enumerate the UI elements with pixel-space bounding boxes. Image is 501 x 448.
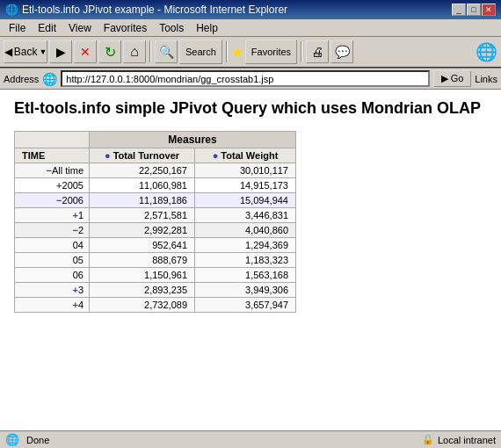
turnover-cell: 22,250,167 <box>90 163 195 178</box>
window-title: Etl-tools.info JPivot example - Microsof… <box>22 4 287 16</box>
table-corner <box>15 132 90 148</box>
turnover-cell: 2,732,089 <box>90 298 195 313</box>
row-label-cell: 04 <box>15 238 90 253</box>
maximize-button[interactable]: □ <box>467 4 481 16</box>
turnover-label: Total Turnover <box>113 150 179 161</box>
table-row: −22,992,2814,040,860 <box>15 223 296 238</box>
row-expand-icon[interactable]: + <box>72 285 77 295</box>
turnover-cell: 888,679 <box>90 253 195 268</box>
favorites-star-icon: ★ <box>231 44 243 61</box>
row-label-cell: +1 <box>15 208 90 223</box>
table-row: −All time22,250,16730,010,117 <box>15 163 296 178</box>
weight-cell: 30,010,117 <box>195 163 296 178</box>
menu-help[interactable]: Help <box>191 21 223 35</box>
turnover-cell: 952,641 <box>90 238 195 253</box>
content-area: Etl-tools.info simple JPivot Query which… <box>0 90 501 430</box>
zone-label: Local intranet <box>438 435 496 445</box>
weight-cell: 1,294,369 <box>195 238 296 253</box>
menu-view[interactable]: View <box>63 21 97 35</box>
pivot-table: Measures TIME ● Total Turnover ● Total W… <box>14 131 296 313</box>
table-row: 05888,6791,183,323 <box>15 253 296 268</box>
home-icon: ⌂ <box>130 44 139 60</box>
toolbar-separator-3 <box>301 41 302 62</box>
weight-cell: 1,183,323 <box>195 253 296 268</box>
stop-button[interactable]: ✕ <box>74 40 97 63</box>
go-arrow-icon: ▶ <box>441 73 448 83</box>
close-button[interactable]: ✕ <box>482 4 496 16</box>
row-expand-icon[interactable]: + <box>72 210 77 220</box>
discuss-button[interactable]: 💬 <box>330 40 353 63</box>
minimize-button[interactable]: _ <box>452 4 466 16</box>
menu-file[interactable]: File <box>4 21 31 35</box>
status-zone: 🔒 Local intranet <box>422 434 496 445</box>
row-expand-icon[interactable]: − <box>47 165 52 176</box>
forward-button[interactable]: ▶ <box>49 40 72 63</box>
toolbar: ◀ Back ▼ ▶ ✕ ↻ ⌂ 🔍 Search ★ Favorites 🖨 … <box>0 37 501 69</box>
address-bar: Address 🌐 ▶ Go Links <box>0 69 501 90</box>
weight-cell: 3,949,306 <box>195 283 296 298</box>
menu-favorites[interactable]: Favorites <box>98 21 152 35</box>
row-label-cell: −2 <box>15 223 90 238</box>
row-expand-icon[interactable]: − <box>56 195 62 206</box>
table-row: 061,150,9611,563,168 <box>15 268 296 283</box>
print-icon: 🖨 <box>311 45 323 59</box>
status-bar: 🌐 Done 🔒 Local intranet <box>0 430 501 448</box>
back-dropdown-icon[interactable]: ▼ <box>39 47 47 56</box>
address-label: Address <box>4 74 39 84</box>
time-col-header: TIME <box>15 148 90 163</box>
table-row: 04952,6411,294,369 <box>15 238 296 253</box>
page-title: Etl-tools.info simple JPivot Query which… <box>14 98 487 119</box>
forward-icon: ▶ <box>56 45 66 59</box>
search-icon-btn: 🔍 <box>155 40 178 63</box>
go-label: Go <box>451 73 464 83</box>
toolbar-separator-2 <box>226 41 228 62</box>
table-row: −200611,189,18615,094,944 <box>15 193 296 208</box>
weight-cell: 4,040,860 <box>195 223 296 238</box>
refresh-button[interactable]: ↻ <box>98 40 121 63</box>
title-bar: 🌐 Etl-tools.info JPivot example - Micros… <box>0 0 501 19</box>
table-row: +12,571,5813,446,831 <box>15 208 296 223</box>
address-input[interactable] <box>61 70 429 87</box>
row-label-cell: 06 <box>15 268 90 283</box>
table-row: +200511,060,98114,915,173 <box>15 178 296 193</box>
back-icon: ◀ <box>4 46 12 58</box>
turnover-cell: 11,189,186 <box>90 193 195 208</box>
back-button[interactable]: ◀ Back ▼ <box>4 40 47 63</box>
turnover-dot: ● <box>105 150 111 161</box>
menu-edit[interactable]: Edit <box>33 21 62 35</box>
status-icon: 🌐 <box>5 433 19 446</box>
row-label-cell: +4 <box>15 298 90 313</box>
weight-cell: 3,657,947 <box>195 298 296 313</box>
row-expand-icon[interactable]: − <box>72 225 77 235</box>
weight-cell: 15,094,944 <box>195 193 296 208</box>
table-row: +32,893,2353,949,306 <box>15 283 296 298</box>
row-expand-icon[interactable]: + <box>56 180 62 191</box>
status-text: Done <box>26 435 49 445</box>
toolbar-separator-1 <box>149 41 151 62</box>
stop-icon: ✕ <box>80 45 91 59</box>
refresh-icon: ↻ <box>105 44 116 61</box>
go-button[interactable]: ▶ Go <box>433 70 472 87</box>
home-button[interactable]: ⌂ <box>123 40 146 63</box>
row-expand-icon[interactable]: + <box>72 300 77 310</box>
turnover-cell: 1,150,961 <box>90 268 195 283</box>
favorites-button[interactable]: Favorites <box>245 40 297 64</box>
measures-header: Measures <box>90 132 296 148</box>
table-row: +42,732,0893,657,947 <box>15 298 296 313</box>
weight-cell: 1,563,168 <box>195 268 296 283</box>
favorites-label: Favorites <box>251 47 291 57</box>
turnover-cell: 2,571,581 <box>90 208 195 223</box>
weight-cell: 3,446,831 <box>195 208 296 223</box>
menu-tools[interactable]: Tools <box>154 21 189 35</box>
ie-logo-icon: 🌐 <box>476 41 497 62</box>
row-label-cell: −All time <box>15 163 90 178</box>
row-label-cell: −2006 <box>15 193 90 208</box>
total-weight-header: ● Total Weight <box>195 148 296 163</box>
print-button[interactable]: 🖨 <box>306 40 329 63</box>
zone-icon: 🔒 <box>422 434 434 445</box>
turnover-cell: 11,060,981 <box>90 178 195 193</box>
weight-label: Total Weight <box>221 150 278 161</box>
search-button[interactable]: Search <box>179 40 222 64</box>
links-button[interactable]: Links <box>475 74 497 84</box>
row-label-cell: +2005 <box>15 178 90 193</box>
